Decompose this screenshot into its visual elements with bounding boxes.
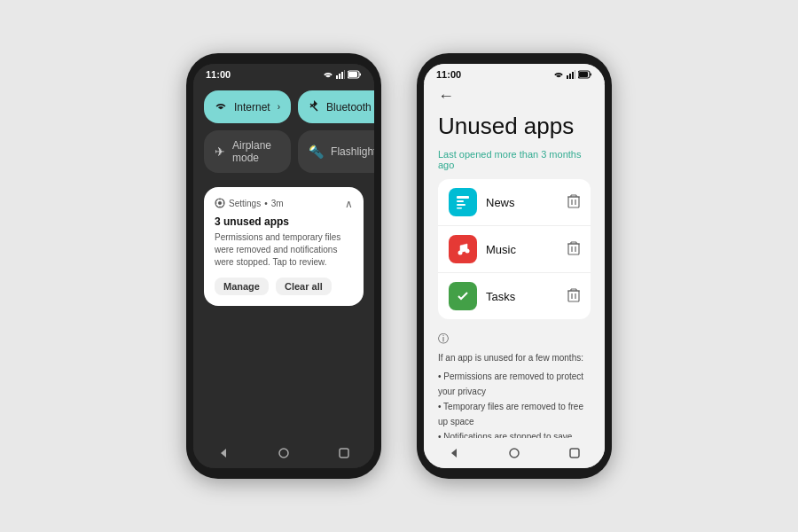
svg-point-16 [279,449,288,458]
nav-recents-1[interactable] [336,445,352,461]
nav-back-1[interactable] [215,445,231,461]
svg-rect-5 [360,74,362,76]
svg-rect-2 [341,72,343,79]
svg-rect-1 [339,74,340,79]
tile-airplane-label: Airplane mode [232,139,280,164]
section-label: Last opened more than 3 months ago [438,149,591,170]
app-icon-news [449,188,477,216]
nav-recents-2[interactable] [567,445,583,461]
notif-header: Settings • 3m ∧ [215,198,353,210]
status-time-1: 11:00 [206,69,231,80]
tile-airplane[interactable]: ✈ Airplane mode [204,130,291,173]
airplane-tile-icon: ✈ [215,145,225,159]
svg-point-37 [466,249,470,254]
svg-rect-27 [457,204,466,206]
svg-marker-52 [451,449,457,458]
info-bullet-1: • Temporary files are removed to free up… [438,399,591,429]
svg-rect-20 [572,72,574,79]
tile-flashlight[interactable]: 🔦 Flashlight [298,130,374,173]
svg-rect-6 [348,72,357,77]
info-section: ⓘ If an app is unused for a few months: … [438,330,591,438]
tile-bluetooth[interactable]: Bluetooth [298,90,374,123]
manage-button[interactable]: Manage [215,278,269,295]
svg-rect-29 [568,197,579,207]
tile-internet-arrow: › [278,102,280,112]
svg-rect-54 [570,449,579,458]
tile-internet-label: Internet [234,101,270,113]
quick-tiles-grid: Internet › Bluetooth ✈ Airplane mo [193,83,374,180]
delete-news-icon[interactable] [567,194,580,211]
info-bullet-2: • Notifications are stopped to save batt… [438,429,591,438]
status-bar-2: 11:00 [424,64,605,83]
app-row-tasks[interactable]: Tasks [438,273,591,319]
tile-bluetooth-label: Bluetooth [326,101,372,113]
delete-music-icon[interactable] [567,241,580,258]
signal-icon-2 [567,70,575,79]
notif-source: Settings • 3m [215,198,284,208]
app-name-news: News [486,196,559,209]
app-row-music[interactable]: Music [438,226,591,273]
notif-time: 3m [271,199,284,208]
wifi-tile-icon [215,100,227,114]
svg-point-10 [218,201,222,205]
svg-rect-17 [340,449,348,458]
notif-collapse-icon[interactable]: ∧ [345,198,353,210]
svg-rect-38 [568,244,579,254]
battery-icon [348,70,362,79]
app-row-news[interactable]: News [438,179,591,226]
svg-point-53 [510,449,519,458]
page-title: Unused apps [438,113,591,140]
flashlight-tile-icon: 🔦 [309,145,324,159]
svg-marker-15 [221,449,226,458]
tile-internet[interactable]: Internet › [204,90,291,123]
back-button[interactable]: ← [438,83,591,113]
battery-icon-2 [578,70,592,79]
info-bullets: • Permissions are removed to protect you… [438,369,591,438]
wifi-status-icon [323,70,333,79]
app-icon-tasks [449,282,477,310]
nav-bar-2 [424,438,605,468]
info-circle-icon: ⓘ [438,331,449,348]
delete-tasks-icon[interactable] [567,288,580,305]
tile-flashlight-label: Flashlight [331,145,374,158]
svg-rect-21 [575,70,575,79]
info-icon-row: ⓘ [438,330,591,348]
svg-rect-0 [336,75,338,79]
status-bar-1: 11:00 [193,64,374,83]
nav-home-1[interactable] [276,445,292,461]
info-bullet-0: • Permissions are removed to protect you… [438,369,591,399]
nav-home-2[interactable] [506,445,522,461]
svg-rect-25 [457,196,469,199]
status-time-2: 11:00 [436,69,461,80]
app-name-tasks: Tasks [486,290,559,303]
svg-rect-3 [344,70,345,79]
notif-source-text: Settings [229,199,261,208]
bluetooth-tile-icon [309,99,319,114]
notif-actions: Manage Clear all [215,278,353,295]
phone-notification: 11:00 [186,53,381,479]
app-list: News [438,179,591,319]
info-header: If an app is unused for a few months: [438,351,591,365]
app-icon-music [449,235,477,263]
nav-back-2[interactable] [446,445,462,461]
svg-rect-24 [579,72,588,77]
notification-card[interactable]: Settings • 3m ∧ 3 unused apps Permission… [204,187,364,306]
nav-bar-1 [193,438,374,468]
settings-notif-icon [215,198,225,208]
svg-rect-18 [567,75,568,79]
clear-all-button[interactable]: Clear all [276,278,332,295]
status-icons-1 [323,70,362,79]
unused-apps-content: ← Unused apps Last opened more than 3 mo… [424,83,605,438]
wifi-status-icon-2 [553,70,564,79]
svg-rect-19 [569,74,571,79]
phone-unused-apps: 11:00 [417,53,612,479]
app-name-music: Music [486,243,559,256]
svg-point-36 [458,251,463,255]
svg-rect-28 [457,207,462,209]
notif-body: Permissions and temporary files were rem… [215,231,353,269]
svg-rect-26 [457,200,464,202]
signal-icon [336,70,345,79]
notif-dot: • [264,199,268,208]
svg-rect-45 [568,291,579,301]
status-icons-2 [553,70,592,79]
